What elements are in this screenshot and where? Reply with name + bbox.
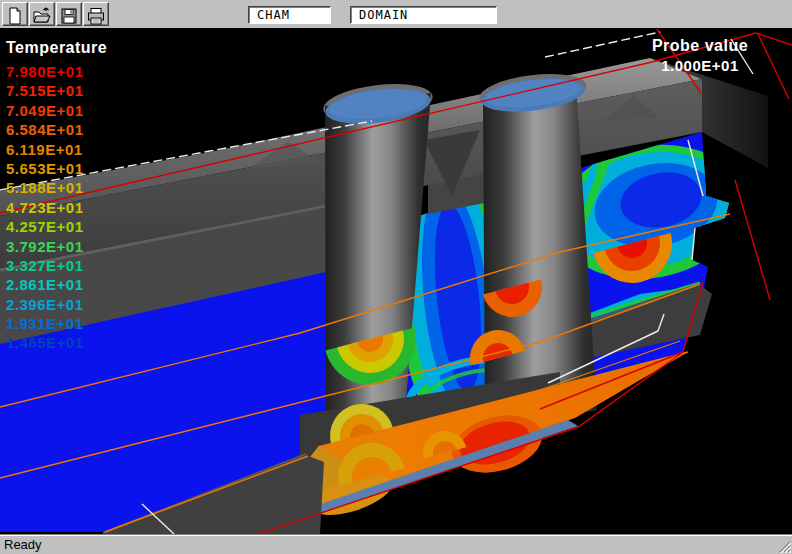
cfd-scene — [0, 28, 792, 534]
new-button[interactable] — [2, 2, 28, 26]
print-button[interactable] — [83, 2, 109, 26]
application-window: Temperature 7.980E+017.515E+017.049E+016… — [0, 0, 792, 554]
toolbar — [0, 0, 792, 28]
status-bar: Ready — [0, 534, 792, 554]
resize-grip[interactable] — [777, 539, 791, 553]
save-button[interactable] — [56, 2, 82, 26]
speedbar-field-2[interactable] — [350, 6, 497, 24]
new-document-icon — [3, 7, 27, 25]
save-icon — [57, 7, 81, 25]
speedbar-field-1[interactable] — [248, 6, 331, 24]
open-button[interactable] — [29, 2, 55, 26]
print-icon — [84, 7, 108, 25]
open-folder-icon — [30, 7, 54, 25]
status-text: Ready — [4, 537, 42, 552]
viewport-3d[interactable]: Temperature 7.980E+017.515E+017.049E+016… — [0, 28, 792, 534]
